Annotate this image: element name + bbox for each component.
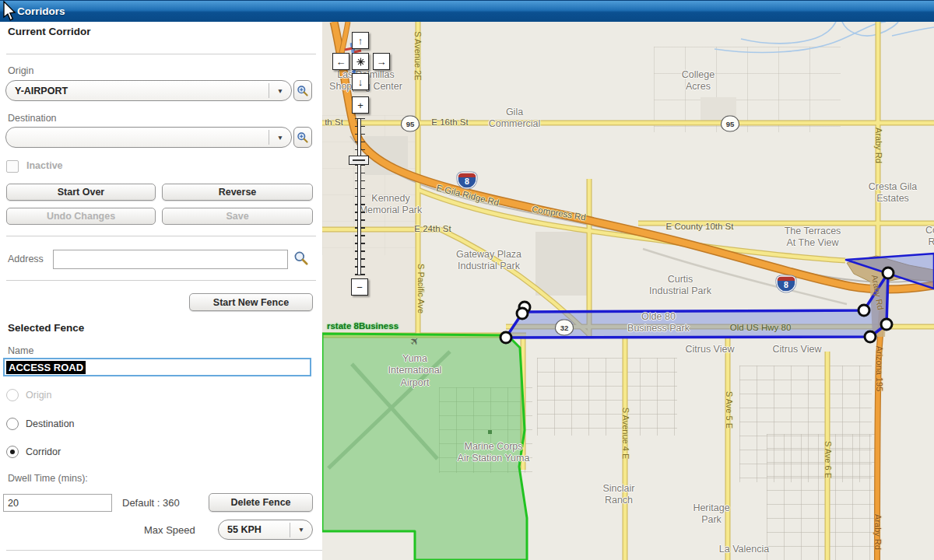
pan-up-button[interactable]: ↑ (352, 32, 369, 49)
geofence-green-airport[interactable] (322, 334, 527, 560)
divider (6, 280, 316, 281)
fence-name-input[interactable]: ACCESS ROAD (3, 358, 311, 376)
divider (6, 236, 316, 236)
max-speed-label: Max Speed (144, 524, 195, 536)
vertex-handle[interactable] (517, 308, 528, 319)
undo-changes-button: Undo Changes (6, 208, 156, 225)
vertex-handle[interactable] (883, 268, 894, 278)
destination-label: Destination (8, 113, 57, 124)
start-over-button[interactable]: Start Over (6, 184, 156, 201)
sidebar-panel: Current Corridor Origin Y-AIRPORT ▼ Dest… (0, 22, 322, 560)
dwell-time-input[interactable] (3, 494, 112, 512)
address-input[interactable] (53, 250, 288, 269)
window-titlebar: Corridors (0, 0, 934, 22)
map-zoom-handle[interactable] (349, 156, 369, 165)
vertex-handle[interactable] (500, 332, 511, 343)
pan-center-button[interactable] (352, 53, 369, 70)
divider (6, 54, 316, 54)
origin-radio (6, 389, 19, 401)
dwell-time-label: Dwell Time (mins): (8, 473, 88, 484)
map-canvas[interactable] (322, 22, 934, 560)
zoom-in-button[interactable]: + (352, 96, 369, 114)
pan-down-button[interactable]: ↓ (352, 73, 369, 90)
delete-fence-button[interactable]: Delete Fence (209, 493, 313, 512)
max-speed-value: 55 KPH (219, 524, 290, 535)
highway-casing (334, 22, 934, 289)
fence-name-selected-text: ACCESS ROAD (6, 361, 86, 374)
destination-dropdown[interactable]: ▼ (5, 127, 292, 148)
corridor-radio-label: Corridor (26, 446, 61, 457)
vertex-handle[interactable] (859, 305, 869, 316)
vertex-handle[interactable] (865, 331, 876, 342)
canal-lines (715, 22, 934, 52)
chevron-down-icon[interactable]: ▼ (269, 83, 291, 98)
chevron-down-icon[interactable]: ▼ (290, 523, 312, 537)
dwell-default-text: Default : 360 (122, 497, 180, 509)
current-corridor-heading: Current Corridor (8, 26, 91, 37)
divider (6, 550, 322, 551)
pan-left-button[interactable]: ← (332, 53, 349, 70)
highway-i8 (334, 22, 934, 289)
inactive-label: Inactive (26, 160, 63, 171)
destination-radio-label: Destination (26, 418, 75, 429)
zoom-out-button[interactable]: − (351, 278, 368, 296)
search-icon[interactable] (293, 250, 309, 269)
origin-search-button[interactable] (293, 80, 312, 101)
window-title: Corridors (17, 5, 65, 17)
address-label: Address (8, 254, 44, 264)
pan-right-button[interactable]: → (373, 53, 390, 70)
start-new-fence-button[interactable]: Start New Fence (189, 293, 313, 311)
origin-label: Origin (8, 65, 33, 76)
vertex-handle[interactable] (881, 319, 892, 330)
save-button: Save (162, 208, 313, 225)
search-plus-icon (297, 131, 309, 144)
inactive-checkbox (6, 160, 19, 173)
map-region[interactable]: Las Palmillas Shopping CenterGila Commer… (322, 22, 934, 560)
origin-dropdown[interactable]: Y-AIRPORT ▼ (5, 80, 292, 101)
search-plus-icon (297, 85, 309, 97)
fence-name-label: Name (8, 345, 33, 356)
mouse-cursor-icon (1, 1, 18, 22)
destination-radio[interactable] (6, 418, 19, 430)
chevron-down-icon[interactable]: ▼ (269, 130, 291, 145)
building-block (535, 232, 590, 296)
destination-search-button[interactable] (293, 127, 312, 148)
origin-radio-label: Origin (26, 390, 51, 401)
max-speed-dropdown[interactable]: 55 KPH ▼ (218, 520, 313, 540)
selected-fence-heading: Selected Fence (8, 322, 84, 334)
origin-value: Y-AIRPORT (6, 86, 269, 96)
corridor-radio[interactable] (6, 446, 19, 458)
pan-center-icon (356, 57, 366, 67)
map-zoom-slider[interactable] (353, 118, 367, 275)
reverse-button[interactable]: Reverse (162, 184, 313, 201)
